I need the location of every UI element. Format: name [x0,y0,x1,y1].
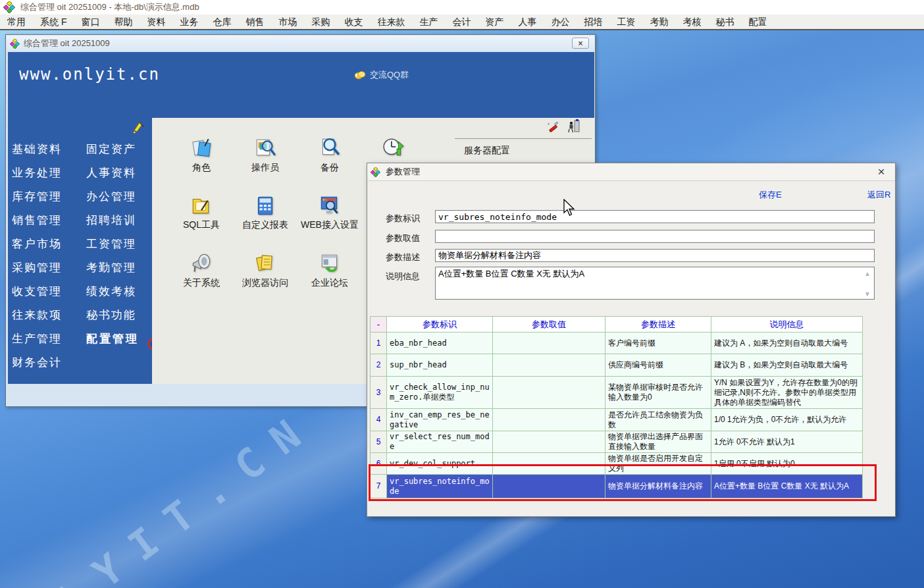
column-header-index[interactable]: - [371,317,387,333]
server-item-服务器配置[interactable]: 服务器配置 [464,145,592,157]
cell-param-info[interactable]: Y/N 如果设置为Y，允许存在数量为0的明细记录,N则不允许。参数中的单据类型用… [711,377,863,409]
cell-param-value[interactable] [493,354,605,377]
sidebar-item-销售管理[interactable]: 销售管理 [12,213,84,228]
menu-item-销售[interactable]: 销售 [238,14,271,29]
menu-item-秘书[interactable]: 秘书 [708,14,741,29]
sidebar-item-秘书功能[interactable]: 秘书功能 [86,307,159,323]
cell-param-info[interactable]: 1允许 0不允许 默认为1 [711,431,863,453]
sidebar-item-工资管理[interactable]: 工资管理 [86,236,159,252]
sidebar-item-收支管理[interactable]: 收支管理 [12,284,84,300]
menu-item-生产[interactable]: 生产 [412,14,445,29]
table-row-1[interactable]: 1eba_nbr_head客户编号前缀建议为 A，如果为空则自动取最大编号 [371,333,863,354]
cell-param-id[interactable]: vr_subres_noteinfo_mode [387,475,493,498]
skin-brush-icon[interactable] [132,120,146,134]
save-link[interactable]: 保存E [759,189,782,201]
table-row-6[interactable]: 6vr_dev_col_support物资单据是否启用开发自定义列1启用 0不启… [371,453,863,475]
table-row-3[interactable]: 3vr_check_allow_inp_num_zero.单据类型某物资单据审核… [371,377,863,409]
sidebar-item-业务处理[interactable]: 业务处理 [12,165,84,181]
row-index[interactable]: 4 [371,409,387,431]
table-row-5[interactable]: 5vr_select_res_num_mode物资单据弹出选择产品界面直接输入数… [371,431,863,453]
cell-param-desc[interactable]: 供应商编号前缀 [605,354,711,377]
launcher-操作员[interactable]: 操作员 [234,136,297,174]
cell-param-info[interactable]: 建议为 B，如果为空则自动取最大编号 [711,354,863,377]
menu-item-往来款[interactable]: 往来款 [370,14,412,29]
param-id-input[interactable] [435,210,875,223]
menu-item-收支[interactable]: 收支 [337,14,370,29]
cell-param-desc[interactable]: 物资单据分解材料备注内容 [605,475,711,498]
column-header-说明信息[interactable]: 说明信息 [711,317,863,333]
menu-item-资料[interactable]: 资料 [140,14,172,29]
menu-item-考勤[interactable]: 考勤 [642,14,675,29]
dialog-close-button[interactable]: × [874,165,888,179]
launcher-备份[interactable]: 备份 [298,136,361,174]
cell-param-id[interactable]: sup_nbr_head [387,354,493,377]
cell-param-desc[interactable]: 物资单据弹出选择产品界面直接输入数量 [605,431,711,453]
cell-param-desc[interactable]: 是否允许员工结余物资为负数 [605,409,711,431]
menu-item-招培[interactable]: 招培 [577,14,609,29]
row-index[interactable]: 7 [371,475,387,498]
sidebar-item-采购管理[interactable]: 采购管理 [12,260,84,276]
menu-item-系统 F[interactable]: 系统 F [33,14,74,29]
cell-param-desc[interactable]: 物资单据是否启用开发自定义列 [605,453,711,475]
sidebar-item-往来款项[interactable]: 往来款项 [12,307,84,323]
cell-param-desc[interactable]: 客户编号前缀 [605,333,711,354]
cell-param-info[interactable]: 1启用 0不启用 默认为0 [711,453,863,475]
cell-param-value[interactable] [493,409,605,431]
sidebar-item-基础资料[interactable]: 基础资料 [12,142,84,157]
column-header-参数取值[interactable]: 参数取值 [493,317,605,333]
param-value-input[interactable] [435,230,875,243]
exit-icon[interactable] [567,119,580,133]
sidebar-item-库存管理[interactable]: 库存管理 [12,189,84,205]
cell-param-info[interactable]: 建议为 A，如果为空则自动取最大编号 [711,333,863,354]
sidebar-item-考勤管理[interactable]: 考勤管理 [86,260,159,276]
main-window-titlebar[interactable]: 综合管理 oit 20251009 × [7,36,594,51]
sidebar-item-固定资产[interactable]: 固定资产 [86,142,159,157]
table-row-7[interactable]: 7vr_subres_noteinfo_mode物资单据分解材料备注内容A位置+… [371,475,863,498]
menu-item-业务[interactable]: 业务 [172,14,205,29]
row-index[interactable]: 2 [371,354,387,377]
cell-param-value[interactable] [493,453,605,475]
row-index[interactable]: 1 [371,333,387,354]
launcher-浏览器访问[interactable]: 浏览器访问 [234,252,297,289]
tools-icon[interactable]: × [547,120,560,135]
menu-item-工资[interactable]: 工资 [609,14,642,29]
launcher-角色[interactable]: 角色 [170,136,233,174]
table-row-4[interactable]: 4inv_can_emp_res_be_negative是否允许员工结余物资为负… [371,409,863,431]
sidebar-item-绩效考核[interactable]: 绩效考核 [86,284,159,300]
dialog-titlebar[interactable]: 参数管理 × [367,163,895,181]
column-header-参数标识[interactable]: 参数标识 [387,317,493,333]
menu-item-帮助[interactable]: 帮助 [107,14,140,29]
launcher-企业论坛[interactable]: 企业论坛 [298,252,361,289]
menu-item-常用[interactable]: 常用 [0,14,33,29]
menu-item-人事[interactable]: 人事 [511,14,544,29]
menu-item-考核[interactable]: 考核 [675,14,708,29]
qq-group-link[interactable]: 交流QQ群 [354,69,409,81]
cell-param-value[interactable] [493,333,605,354]
row-index[interactable]: 3 [371,377,387,409]
cell-param-id[interactable]: vr_select_res_num_mode [387,431,493,453]
cell-param-info[interactable]: A位置+数量 B位置 C数量 X无 默认为A [711,475,863,498]
param-info-textarea[interactable]: A位置+数量 B位置 C数量 X无 默认为A [435,267,875,300]
menu-item-会计[interactable]: 会计 [445,14,478,29]
menu-item-资产[interactable]: 资产 [478,14,511,29]
launcher-关于系统[interactable]: 关于系统 [170,252,233,289]
launcher-WEB接入设置[interactable]: WEB接入设置 [298,194,361,231]
cell-param-id[interactable]: vr_dev_col_support [387,453,493,475]
sidebar-item-客户市场[interactable]: 客户市场 [12,236,84,252]
param-desc-input[interactable] [435,249,875,262]
cell-param-value[interactable] [493,475,605,498]
sidebar-item-财务会计[interactable]: 财务会计 [12,355,84,371]
menu-item-窗口[interactable]: 窗口 [74,14,107,29]
menu-item-配置[interactable]: 配置 [741,14,774,29]
back-link[interactable]: 返回R [867,189,890,201]
table-row-2[interactable]: 2sup_nbr_head供应商编号前缀建议为 B，如果为空则自动取最大编号 [371,354,863,377]
row-index[interactable]: 5 [371,431,387,453]
cell-param-id[interactable]: inv_can_emp_res_be_negative [387,409,493,431]
launcher-自定义报表[interactable]: 自定义报表 [234,194,297,231]
sidebar-item-生产管理[interactable]: 生产管理 [12,331,84,347]
menu-item-市场[interactable]: 市场 [271,14,304,29]
sidebar-item-人事资料[interactable]: 人事资料 [86,165,159,181]
launcher-SQL工具[interactable]: SQL工具 [170,194,233,231]
menu-item-仓库[interactable]: 仓库 [205,14,238,29]
sidebar-item-办公管理[interactable]: 办公管理 [86,189,159,205]
